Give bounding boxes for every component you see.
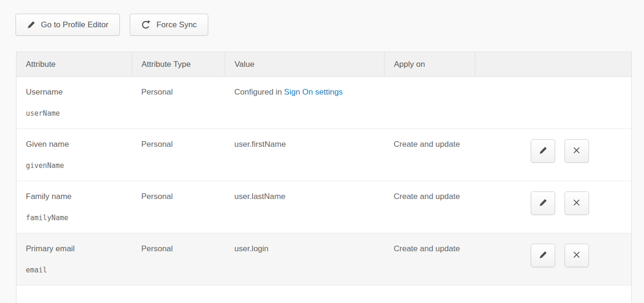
table-row-family-name: Family name familyName Personal user.las… <box>16 181 632 233</box>
edit-attribute-button[interactable] <box>531 191 555 215</box>
attribute-type-cell: Personal <box>132 77 225 129</box>
pencil-icon <box>539 146 547 156</box>
apply-on-cell <box>385 77 475 129</box>
value-cell: user.firstName <box>225 129 385 181</box>
column-header-attribute: Attribute <box>16 52 132 77</box>
actions-cell <box>475 129 632 181</box>
table-header-row: Attribute Attribute Type Value Apply on <box>16 52 632 77</box>
table-row-primary-email: Primary email email Personal user.login … <box>16 233 632 286</box>
go-to-profile-editor-label: Go to Profile Editor <box>41 20 109 30</box>
attribute-variable-name: email <box>26 266 123 274</box>
attribute-mapping-table: Attribute Attribute Type Value Apply on … <box>16 52 632 303</box>
attribute-cell: Family name familyName <box>16 181 132 233</box>
page: { "toolbar": { "buttons": [ { "label": "… <box>0 0 644 303</box>
table-row-given-name: Given name givenName Personal user.first… <box>16 129 632 181</box>
attribute-cell: Given name givenName <box>16 129 132 181</box>
column-header-value: Value <box>225 52 385 77</box>
actions-cell <box>475 181 632 233</box>
value-prefix-text: Configured in <box>235 88 284 96</box>
attribute-type-cell: Personal <box>132 233 225 286</box>
close-icon <box>573 199 581 208</box>
attribute-display-name: Primary email <box>26 244 123 254</box>
refresh-icon <box>141 20 151 30</box>
value-cell: user.lastName <box>225 181 385 233</box>
table-row-username: Username userName Personal Configured in… <box>16 77 632 129</box>
row-actions <box>531 244 622 267</box>
delete-attribute-button[interactable] <box>565 191 589 215</box>
attribute-display-name: Given name <box>26 140 123 149</box>
attribute-variable-name: userName <box>26 109 123 118</box>
attribute-cell: Username userName <box>16 77 132 129</box>
actions-cell <box>475 77 632 129</box>
apply-on-cell: Create and update <box>385 129 475 181</box>
value-cell: Configured in Sign On settings <box>225 77 385 129</box>
value-cell: user.login <box>225 233 385 286</box>
actions-cell <box>475 233 632 286</box>
go-to-profile-editor-button[interactable]: Go to Profile Editor <box>16 14 120 36</box>
column-header-apply-on: Apply on <box>385 52 475 77</box>
attribute-mapping-table-container: Attribute Attribute Type Value Apply on … <box>16 52 631 303</box>
column-header-actions <box>475 52 632 77</box>
toolbar: Go to Profile Editor Force Sync <box>0 0 644 36</box>
sign-on-settings-link[interactable]: Sign On settings <box>284 88 343 96</box>
edit-attribute-button[interactable] <box>531 139 555 163</box>
table-row-partial <box>16 286 632 303</box>
edit-attribute-button[interactable] <box>531 244 555 267</box>
apply-on-cell: Create and update <box>385 233 475 286</box>
delete-attribute-button[interactable] <box>565 139 589 163</box>
close-icon <box>573 146 581 156</box>
force-sync-label: Force Sync <box>157 20 197 30</box>
close-icon <box>573 251 581 260</box>
attribute-display-name: Family name <box>26 192 123 201</box>
force-sync-button[interactable]: Force Sync <box>130 14 208 36</box>
column-header-attribute-type: Attribute Type <box>132 52 225 77</box>
pencil-icon <box>27 21 35 29</box>
row-actions <box>531 139 622 163</box>
attribute-variable-name: givenName <box>26 161 123 170</box>
attribute-type-cell: Personal <box>132 129 225 181</box>
attribute-type-cell: Personal <box>132 181 225 233</box>
row-actions <box>531 191 622 215</box>
attribute-cell: Primary email email <box>16 233 132 286</box>
pencil-icon <box>539 199 547 208</box>
attribute-variable-name: familyName <box>26 214 123 222</box>
attribute-display-name: Username <box>26 88 123 97</box>
pencil-icon <box>539 251 547 261</box>
apply-on-cell: Create and update <box>385 181 475 233</box>
delete-attribute-button[interactable] <box>565 244 589 267</box>
